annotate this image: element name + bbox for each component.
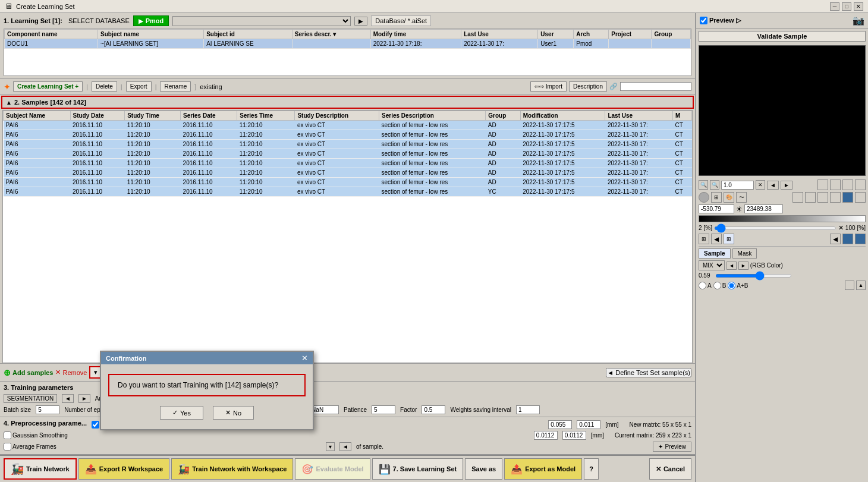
define-test-button[interactable]: ◄ Define Test Set sample(s) bbox=[606, 368, 691, 377]
icon-btn-e[interactable] bbox=[842, 234, 853, 244]
right-side-btn4[interactable] bbox=[855, 179, 866, 190]
save-learning-button[interactable]: 💾 7. Save Learning Set bbox=[372, 458, 464, 480]
icon-btn-c[interactable]: ⊞ bbox=[724, 234, 734, 244]
zoom-input[interactable] bbox=[721, 181, 754, 190]
icon-btn-b[interactable]: ◄ bbox=[711, 234, 722, 244]
extra-btn-2[interactable]: ▲ bbox=[856, 281, 866, 290]
color-btn-e[interactable] bbox=[842, 192, 853, 203]
zoom-nav-next[interactable]: ► bbox=[781, 181, 792, 190]
preview-button-sec4[interactable]: ✦ Preview bbox=[653, 442, 691, 452]
description-input[interactable] bbox=[620, 82, 691, 91]
max-value-input[interactable] bbox=[744, 204, 783, 213]
icon-btn-f[interactable] bbox=[855, 234, 866, 244]
color-btn-c[interactable] bbox=[817, 192, 828, 203]
b-radio[interactable] bbox=[713, 282, 721, 289]
sample-row[interactable]: PAI62016.11.1011:20:102016.11.1011:20:10… bbox=[4, 187, 692, 197]
zoom-reset-icon[interactable]: ✕ bbox=[756, 180, 765, 190]
mix-slider[interactable] bbox=[715, 274, 792, 278]
val3-input[interactable] bbox=[534, 431, 558, 440]
cancel-button[interactable]: ✕ Cancel bbox=[649, 458, 691, 480]
sample-tab[interactable]: Sample bbox=[699, 248, 731, 259]
sample-row[interactable]: PAI62016.11.1011:20:102016.11.1011:20:10… bbox=[4, 149, 692, 159]
seg-next-button[interactable]: ► bbox=[78, 394, 90, 403]
zoom-in-icon[interactable]: 🔍 bbox=[710, 180, 719, 190]
mix-dropdown[interactable]: MIX bbox=[699, 260, 725, 270]
table-row[interactable]: DOCU1 ~[AI LEARNING SET] AI LEARNING SE … bbox=[5, 39, 691, 49]
preview-checkbox[interactable] bbox=[700, 17, 707, 24]
segmentation-button[interactable]: SEGMENTATION bbox=[4, 394, 57, 403]
export-btn[interactable]: Export bbox=[126, 81, 152, 92]
pct-x-btn[interactable]: ✕ bbox=[838, 224, 844, 232]
color-btn-b[interactable] bbox=[805, 192, 816, 203]
val4-input[interactable] bbox=[562, 431, 586, 440]
save-as-button[interactable]: Save as bbox=[465, 458, 502, 480]
color-btn-f[interactable] bbox=[855, 192, 866, 203]
color-btn-a[interactable] bbox=[792, 192, 803, 203]
seg-prev-button[interactable]: ◄ bbox=[62, 394, 74, 403]
wave-btn[interactable]: 〜 bbox=[736, 192, 747, 203]
factor-input[interactable] bbox=[422, 405, 445, 414]
sample-nav-prev[interactable]: ◄ bbox=[339, 442, 351, 451]
right-side-btn3[interactable] bbox=[842, 179, 853, 190]
right-side-btn2[interactable] bbox=[830, 179, 841, 190]
zoom-out-icon[interactable]: 🔍 bbox=[699, 180, 708, 190]
average-checkbox[interactable] bbox=[4, 443, 11, 451]
ab-radio-label[interactable]: A+B bbox=[728, 282, 748, 289]
color-circle-btn[interactable] bbox=[699, 192, 709, 203]
patience-input[interactable] bbox=[372, 405, 395, 414]
sample-row[interactable]: PAI62016.11.1011:20:102016.11.1011:20:10… bbox=[4, 159, 692, 168]
rename-btn[interactable]: Rename bbox=[160, 81, 191, 92]
sample-row[interactable]: PAI62016.11.1011:20:102016.11.1011:20:10… bbox=[4, 130, 692, 140]
palette-btn[interactable]: 🎨 bbox=[724, 192, 734, 203]
validate-sample-tab[interactable]: Validate Sample bbox=[699, 31, 866, 42]
add-samples-button[interactable]: ⊕ Add samples bbox=[4, 368, 53, 377]
pmod-button[interactable]: ▶ Pmod bbox=[133, 15, 169, 26]
help-button[interactable]: ? bbox=[584, 458, 599, 480]
grid-btn[interactable]: ⊞ bbox=[711, 192, 722, 203]
right-side-btn1[interactable] bbox=[817, 179, 828, 190]
gaussian-label[interactable]: Gaussian Smoothing bbox=[4, 431, 68, 439]
dialog-close-button[interactable]: ✕ bbox=[301, 354, 308, 363]
val1-input[interactable] bbox=[548, 420, 572, 429]
description-btn[interactable]: Description bbox=[569, 81, 607, 92]
close-button[interactable]: ✕ bbox=[854, 2, 863, 11]
create-btn[interactable]: Create Learning Set + bbox=[13, 81, 83, 92]
batch-input[interactable] bbox=[36, 405, 59, 414]
yes-button[interactable]: ✓ Yes bbox=[160, 406, 203, 420]
remove-button[interactable]: ✕ Remove bbox=[55, 368, 87, 376]
b-radio-label[interactable]: B bbox=[713, 282, 727, 289]
mix-prev-btn[interactable]: ◄ bbox=[727, 262, 737, 270]
sample-row[interactable]: PAI62016.11.1011:20:102016.11.1011:20:10… bbox=[4, 168, 692, 178]
evaluate-button[interactable]: 🎯 Evaluate Model bbox=[295, 458, 370, 480]
minimize-button[interactable]: ─ bbox=[830, 2, 839, 11]
preview-checkbox-label[interactable]: Preview ▷ bbox=[700, 17, 741, 24]
train-workspace-button[interactable]: 🚂 Train Network with Workspace bbox=[171, 458, 293, 480]
gaussian-checkbox[interactable] bbox=[4, 431, 11, 439]
icon-btn-a[interactable]: ⊞ bbox=[699, 234, 709, 244]
db-nav-button[interactable]: ▶ bbox=[354, 17, 367, 26]
color-btn-d[interactable] bbox=[830, 192, 841, 203]
ab-radio[interactable] bbox=[728, 282, 735, 289]
a-radio-label[interactable]: A bbox=[699, 282, 712, 289]
min-value-input[interactable] bbox=[699, 204, 734, 213]
import-btn[interactable]: ⇦⇨ Import bbox=[530, 81, 567, 92]
sample-row[interactable]: PAI62016.11.1011:20:102016.11.1011:20:10… bbox=[4, 178, 692, 187]
icon-btn-d[interactable]: ◄ bbox=[830, 234, 841, 244]
train-network-button[interactable]: 🚂 Train Network bbox=[4, 458, 77, 480]
mask-tab[interactable]: Mask bbox=[732, 248, 757, 259]
delete-btn[interactable]: Delete bbox=[92, 81, 117, 92]
export-model-button[interactable]: 📤 Export as Model bbox=[504, 458, 582, 480]
sample-nav-down[interactable]: ▾ bbox=[326, 442, 335, 451]
maximize-button[interactable]: □ bbox=[842, 2, 851, 11]
sample-row[interactable]: PAI62016.11.1011:20:102016.11.1011:20:10… bbox=[4, 121, 692, 130]
db-dropdown[interactable] bbox=[172, 16, 351, 26]
weights-input[interactable] bbox=[516, 405, 540, 414]
zoom-nav-prev[interactable]: ◄ bbox=[767, 181, 779, 190]
val2-input[interactable] bbox=[577, 420, 600, 429]
a-radio[interactable] bbox=[699, 282, 706, 289]
mix-next-btn[interactable]: ► bbox=[738, 262, 749, 270]
average-label[interactable]: Average Frames bbox=[4, 443, 56, 451]
extra-btn-1[interactable] bbox=[845, 281, 854, 290]
export-r-button[interactable]: 📤 Export R Workspace bbox=[78, 458, 169, 480]
sample-row[interactable]: PAI62016.11.1011:20:102016.11.1011:20:10… bbox=[4, 140, 692, 149]
